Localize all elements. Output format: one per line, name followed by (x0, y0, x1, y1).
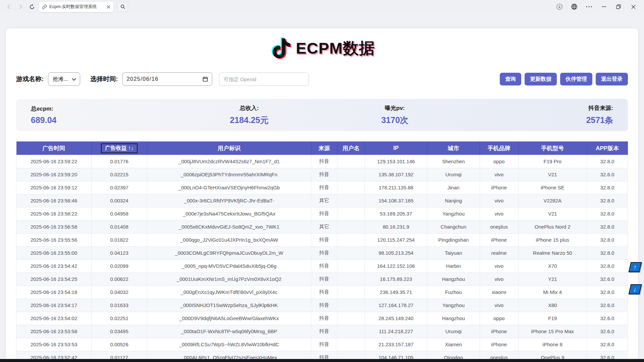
calendar-icon[interactable] (203, 76, 208, 82)
table-cell: 32.8.0 (587, 207, 628, 220)
table-cell: 32.8.0 (587, 155, 628, 168)
stat-label: 曝光pv: (385, 104, 405, 112)
table-cell: iPhone (480, 325, 518, 338)
table-cell: Fuzhou (427, 286, 480, 299)
refresh-button[interactable] (26, 1, 38, 12)
partner-manage-button[interactable]: 伙伴管理 (560, 73, 592, 85)
table-cell: Yangzhou (427, 299, 480, 312)
table-row: 2025-06-16 23:58:220.04958_000e7je3sNa47… (16, 207, 628, 220)
table-cell: 2025-06-16 23:54:02 (16, 312, 92, 325)
filter-bar: 游戏名称: 抢滩... 选择时间: 2025/06/16 查询 更新数据 伙伴管… (16, 72, 628, 86)
search-button[interactable] (117, 2, 128, 12)
date-input[interactable]: 2025/06/16 (122, 72, 212, 86)
table-cell: 111.24.218.227 (365, 325, 427, 338)
game-select[interactable]: 抢滩... (48, 72, 80, 86)
table-cell: Changchun (427, 220, 480, 233)
window-close-button[interactable] (626, 1, 641, 12)
table-cell: 32.8.0 (587, 338, 628, 351)
table-cell: OnePlus Nord 2 (518, 220, 587, 233)
browser-tab[interactable]: Ecpm-实时数据管理系统 (39, 2, 113, 12)
table-cell: 0.00622 (92, 273, 147, 286)
scroll-to-top-button[interactable]: ↑ (629, 262, 642, 272)
table-row: 2025-06-16 23:58:460.00324_000x-3r6CLRfd… (16, 194, 628, 207)
table-cell: oppo (480, 312, 518, 325)
table-row: 2025-06-16 23:53:530.00526_0009RfLCSu7Wp… (16, 338, 628, 351)
table-cell: _0005_npq-MVD5VCPdal4SduXib5jq-O6g (147, 259, 311, 273)
table-cell: 135.38.107.192 (365, 168, 427, 181)
table-cell: realme (480, 246, 518, 259)
table-cell: 2025-06-16 23:53:53 (16, 338, 92, 351)
column-header[interactable]: 广告收益 ↑↓ (92, 141, 147, 155)
table-cell: vivo (480, 299, 518, 312)
table-row: 2025-06-16 23:55:000.04123_0003COMLgC9RY… (16, 246, 628, 259)
table-cell: Realme Narzo 50 (518, 246, 587, 259)
table-cell: X70 (518, 259, 587, 273)
stat-value: 2184.25元 (230, 115, 268, 126)
openid-input[interactable] (219, 72, 309, 86)
table-cell: _000x-3r6CLRfdYP9VKfjRC-Jhr-EdBaT- (147, 194, 311, 207)
table-cell: Harbin (427, 259, 480, 273)
table-cell: 2025-06-16 23:54:42 (16, 259, 92, 273)
more-options-button[interactable] (582, 1, 596, 12)
table-cell (337, 299, 365, 312)
table-cell: 0.02099 (92, 259, 147, 273)
table-cell: 0.01633 (92, 299, 147, 312)
table-cell (337, 259, 365, 273)
table-row: 2025-06-16 23:54:170.01633_000ISNHJOT1Sw… (16, 299, 628, 312)
minimize-button[interactable] (596, 1, 611, 12)
table-row: 2025-06-16 23:59:200.02215_0006zpiOEj53P… (16, 168, 628, 181)
table-cell: oppo (480, 155, 518, 168)
table-cell: Urumqi (427, 325, 480, 338)
table-cell (337, 168, 365, 181)
logout-button[interactable]: 退出登录 (596, 73, 628, 85)
tab-title: Ecpm-实时数据管理系统 (49, 4, 104, 10)
table-cell: _000gEnXs1qyJWKmTdfEB0vVl_pX8ylX4c (147, 286, 311, 299)
tab-close-button[interactable] (107, 5, 110, 9)
taskbar-edge (0, 359, 644, 362)
table-cell: _000D9V9dqfjN6A5LoGeeBWwrGlaxehWKx (147, 312, 311, 325)
table-cell: F19 Pro (518, 155, 587, 168)
column-header: 广告时间 (16, 141, 92, 155)
back-button[interactable] (3, 1, 15, 12)
table-cell: 其它 (311, 220, 337, 233)
scroll-to-bottom-button[interactable]: ↓ (629, 284, 642, 294)
table-cell: 0.03495 (92, 325, 147, 338)
table-cell (337, 233, 365, 246)
table-row: 2025-06-16 23:55:560.01822_000qgo_J2ViGc… (16, 233, 628, 246)
table-cell: 2025-06-16 23:58:22 (16, 207, 92, 220)
table-body: 2025-06-16 23:59:220.01776_000jJ8VUm2dcz… (16, 155, 628, 362)
logo: ECPM数据 (16, 28, 628, 63)
table-cell: 16.175.89.223 (365, 273, 427, 286)
query-button[interactable]: 查询 (500, 73, 521, 85)
table-cell: 0.00526 (92, 338, 147, 351)
download-button[interactable] (552, 1, 567, 12)
table-cell: _000ISNHJOT1SwWzpSehza_SJylKlptkHK (147, 299, 311, 312)
stat-label: 抖音来源: (588, 104, 613, 112)
table-cell (337, 246, 365, 259)
sort-revenue-button[interactable]: 广告收益 ↑↓ (101, 143, 137, 153)
table-cell (337, 312, 365, 325)
table-cell: 32.8.0 (587, 220, 628, 233)
table-cell: _0001UuiKmXNr1mS_mUg7PzVm0X6vX1oQ2 (147, 273, 311, 286)
table-header-row: 广告时间广告收益 ↑↓用户标识来源用户名IP城市手机品牌手机型号APP版本 (16, 141, 628, 155)
update-data-button[interactable]: 更新数据 (525, 73, 557, 85)
table-cell: 0.02215 (92, 168, 147, 181)
table-cell: 抖音 (311, 155, 337, 168)
table-cell: _0005x6CKxMdvvGiEJ-So8QmZ_xvo_7WK1 (147, 220, 311, 233)
table-cell: 抖音 (311, 286, 337, 299)
globe-button[interactable] (567, 1, 582, 12)
table-cell: 2025-06-16 23:53:58 (16, 325, 92, 338)
tiktok-note-icon (269, 35, 294, 62)
forward-button[interactable] (15, 1, 26, 12)
table-row: 2025-06-16 23:54:420.02099_0005_npq-MVD5… (16, 259, 628, 273)
table-cell: 154.108.37.165 (365, 194, 427, 207)
table-cell: iPhone 8 (518, 338, 587, 351)
stat-total-income: 总收入: 2184.25元 (176, 99, 322, 131)
arrow-up-icon: ↑ (633, 263, 638, 271)
restore-button[interactable] (611, 1, 626, 12)
table-cell: V21 (518, 168, 587, 181)
table-cell: 2025-06-16 23:59:20 (16, 168, 92, 181)
table-cell: vivo (480, 168, 518, 181)
table-cell: Yangzhou (427, 207, 480, 220)
table-cell: Mi Mix 4 (518, 286, 587, 299)
